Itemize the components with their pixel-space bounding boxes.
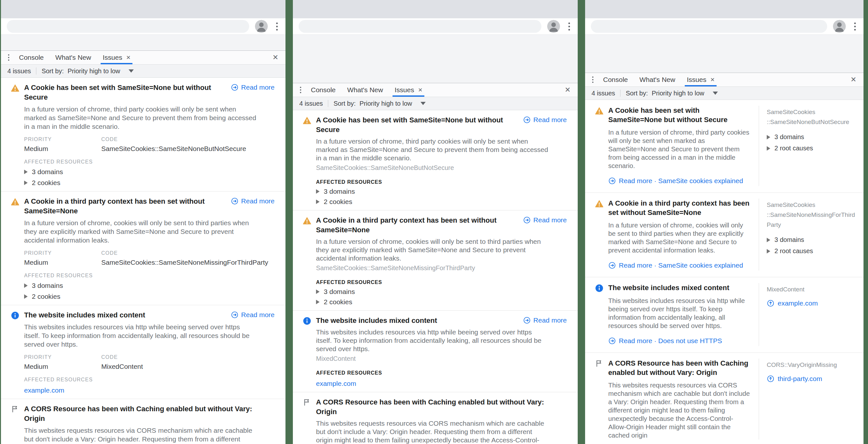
tab-whats-new[interactable]: What's New (341, 83, 389, 97)
expandable-label: 2 root causes (774, 247, 813, 255)
tab-issues[interactable]: Issues ✕ (97, 51, 136, 64)
tab-issues[interactable]: Issues ✕ (681, 73, 720, 87)
issue-sidebar: CORS::VaryOriginMissing third-party.com (759, 358, 855, 440)
tab-console[interactable]: Console (13, 51, 50, 64)
issue-code: SameSiteCookies::SameSiteNoneMissingForT… (316, 264, 567, 272)
priority-value: Medium (24, 259, 101, 266)
read-more-link[interactable]: Read more (231, 83, 275, 91)
warning-icon (303, 115, 311, 125)
person-icon (547, 20, 560, 33)
address-bar[interactable] (591, 20, 827, 33)
sort-dropdown[interactable]: Priority high to low (652, 90, 717, 97)
expand-arrow-icon (24, 170, 28, 174)
expand-arrow-icon (767, 238, 770, 242)
issue-sidebar: SameSiteCookies ::SameSiteNoneButNotSecu… (759, 106, 855, 186)
resource-link-label: example.com (778, 300, 818, 307)
browser-toolbar (1, 18, 285, 34)
devtools-menu-icon[interactable] (296, 83, 305, 97)
expand-arrow-icon (24, 294, 28, 299)
sort-value: Priority high to low (652, 90, 704, 97)
read-more-link[interactable]: Read more (523, 316, 567, 324)
affected-resources-label: AFFECTED RESOURCES (316, 179, 567, 185)
issue-title: A Cookie in a third party context has be… (608, 199, 751, 217)
issue-title: A Cookie has been set with SameSite=None… (24, 83, 226, 102)
tab-console[interactable]: Console (597, 73, 633, 87)
issue-card: A Cookie in a third party context has be… (1, 192, 285, 305)
tab-whats-new[interactable]: What's New (633, 73, 681, 87)
issues-toolbar: 4 issues Sort by: Priority high to low (585, 87, 864, 100)
expandable-domains[interactable]: 3 domains (316, 288, 567, 296)
avatar[interactable] (833, 20, 846, 33)
avatar[interactable] (255, 20, 268, 33)
expandable-label: 3 domains (774, 133, 804, 141)
read-more-link[interactable]: Read more · SameSite cookies explained (608, 177, 751, 185)
read-more-link[interactable]: Read more (231, 197, 275, 205)
tab-whats-new[interactable]: What's New (50, 51, 97, 64)
flag-icon (10, 404, 20, 414)
arrow-circle-icon (523, 216, 531, 224)
expandable-cookies[interactable]: 2 cookies (24, 179, 275, 187)
issue-description: This websites requests resources via COR… (316, 419, 567, 444)
expandable-domains[interactable]: 3 domains (24, 282, 275, 289)
devtools-menu-icon[interactable] (4, 51, 13, 64)
devtools-close-icon[interactable]: ✕ (269, 52, 282, 63)
read-more-link[interactable]: Read more (231, 310, 275, 319)
arrow-circle-icon (523, 116, 531, 124)
expandable-domains[interactable]: 3 domains (767, 236, 855, 243)
read-more-label: Read more (241, 197, 275, 205)
expandable-label: 2 cookies (32, 179, 60, 187)
sort-dropdown[interactable]: Priority high to low (67, 67, 133, 75)
issue-title: A Cookie has been set with SameSite=None… (608, 106, 751, 124)
expandable-root-causes[interactable]: 2 root causes (767, 144, 855, 152)
expandable-cookies[interactable]: 2 cookies (24, 293, 275, 300)
expand-arrow-icon (24, 180, 28, 185)
resource-link[interactable]: example.com (316, 380, 356, 387)
expandable-root-causes[interactable]: 2 root causes (767, 247, 855, 255)
issue-description: In a future version of chrome, third par… (608, 128, 751, 170)
arrow-circle-icon (608, 337, 616, 345)
issue-code: ::SameSiteNoneMissingForThirdParty (767, 210, 855, 230)
devtools-menu-icon[interactable] (588, 73, 597, 87)
read-more-label: Read more (241, 83, 275, 91)
read-more-link[interactable]: Read more (523, 215, 567, 224)
read-more-link[interactable]: Read more · Does not use HTTPS (608, 337, 751, 345)
expandable-label: 2 cookies (32, 293, 60, 300)
warning-icon (303, 215, 311, 225)
issues-list: A Cookie has been set with SameSite=None… (585, 100, 864, 444)
issue-title: A Cookie in a third party context has be… (316, 215, 519, 235)
tab-close-icon[interactable]: ✕ (710, 76, 715, 83)
expandable-cookies[interactable]: 2 cookies (316, 298, 567, 306)
tab-console[interactable]: Console (305, 83, 341, 97)
browser-menu-icon[interactable] (274, 21, 280, 32)
read-more-link[interactable]: Read more · SameSite cookies explained (608, 262, 751, 269)
expand-arrow-icon (767, 135, 770, 139)
devtools-close-icon[interactable]: ✕ (847, 74, 860, 85)
code-label: CODE (101, 354, 143, 360)
affected-resources-label: AFFECTED RESOURCES (316, 279, 567, 285)
browser-menu-icon[interactable] (852, 21, 858, 32)
expandable-domains[interactable]: 3 domains (24, 168, 275, 176)
expandable-cookies[interactable]: 2 cookies (316, 198, 567, 206)
sort-by-label: Sort by: (41, 67, 64, 75)
address-bar[interactable] (7, 20, 249, 33)
resource-link[interactable]: example.com (24, 386, 64, 394)
browser-menu-icon[interactable] (566, 21, 572, 32)
info-icon (595, 283, 604, 293)
issue-description: This websites requests resources via COR… (608, 381, 751, 440)
issue-description: This websites includes resources via htt… (24, 322, 275, 349)
tab-close-icon[interactable]: ✕ (126, 54, 130, 61)
tab-close-icon[interactable]: ✕ (418, 87, 423, 94)
address-bar[interactable] (299, 20, 541, 33)
read-more-label: Read more (241, 311, 275, 319)
issue-card: A Cookie has been set with SameSite=None… (293, 110, 578, 210)
expandable-domains[interactable]: 3 domains (316, 187, 567, 195)
devtools-close-icon[interactable]: ✕ (561, 84, 575, 95)
resource-link[interactable]: third-party.com (767, 375, 855, 383)
avatar[interactable] (547, 20, 560, 33)
expandable-label: 2 cookies (324, 298, 352, 306)
expandable-domains[interactable]: 3 domains (767, 133, 855, 141)
read-more-link[interactable]: Read more (523, 115, 567, 124)
sort-dropdown[interactable]: Priority high to low (360, 100, 425, 107)
tab-issues[interactable]: Issues ✕ (389, 83, 428, 97)
resource-link[interactable]: example.com (767, 300, 855, 307)
